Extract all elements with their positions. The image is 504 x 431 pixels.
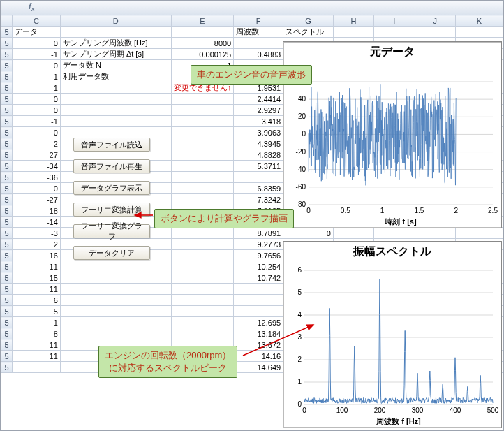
cell[interactable] [60, 94, 171, 105]
cell[interactable]: 2 [12, 239, 60, 250]
row-header[interactable]: 5 [1, 351, 13, 362]
col-header[interactable]: E [171, 15, 234, 27]
col-header[interactable]: J [415, 15, 455, 27]
row-header[interactable]: 5 [1, 60, 13, 71]
row-header[interactable]: 5 [1, 272, 13, 284]
cell[interactable]: 3.418 [234, 116, 283, 127]
cell[interactable] [60, 82, 171, 94]
cell[interactable] [171, 239, 234, 250]
row-header[interactable]: 5 [1, 362, 13, 373]
cell[interactable]: -1 [12, 49, 60, 60]
cell[interactable]: -1 [12, 71, 60, 82]
col-header[interactable]: H [333, 15, 373, 27]
cell[interactable]: 0 [12, 183, 60, 194]
cell[interactable]: -27 [12, 149, 60, 161]
cell[interactable]: 14.16 [234, 351, 283, 362]
cell[interactable] [171, 172, 234, 183]
cell[interactable]: -2 [12, 138, 60, 149]
col-header[interactable]: I [374, 15, 415, 27]
cell[interactable] [60, 127, 171, 138]
cell[interactable] [60, 328, 171, 339]
row-header[interactable]: 5 [1, 49, 13, 60]
cell[interactable] [171, 105, 234, 116]
cell[interactable]: データ数 N [60, 60, 171, 71]
cell[interactable]: 1 [12, 317, 60, 328]
row-header[interactable]: 5 [1, 183, 13, 194]
cell[interactable]: -36 [12, 172, 60, 183]
cell[interactable] [234, 295, 283, 306]
cell[interactable]: 2.9297 [234, 105, 283, 116]
cell[interactable] [333, 27, 373, 38]
show-graph-button[interactable]: データグラフ表示 [73, 181, 150, 195]
cell[interactable] [171, 94, 234, 105]
col-header[interactable]: C [12, 15, 60, 27]
cell[interactable]: 0 [12, 38, 60, 49]
cell[interactable]: 3.9063 [234, 127, 283, 138]
cell[interactable]: 14.649 [234, 362, 283, 373]
cell[interactable] [234, 284, 283, 295]
cell[interactable]: 9.7656 [234, 250, 283, 261]
spectrum-chart[interactable]: 振幅スペクトル 01234560100200300400500周波数 f [Hz… [283, 241, 502, 428]
fft-graph-button[interactable]: フーリエ変換グラフ [73, 224, 150, 238]
cell[interactable]: スペクトル [283, 27, 334, 38]
row-header[interactable]: 5 [1, 317, 13, 328]
row-header[interactable]: 5 [1, 172, 13, 183]
cell[interactable]: サンプリング周波数 [Hz] [60, 38, 171, 49]
cell[interactable] [60, 284, 171, 295]
row-header[interactable]: 5 [1, 306, 13, 317]
cell[interactable]: 4.3945 [234, 138, 283, 149]
cell[interactable] [234, 172, 283, 183]
row-header[interactable]: 5 [1, 261, 13, 272]
cell[interactable]: 13.184 [234, 328, 283, 339]
cell[interactable]: -3 [12, 228, 60, 239]
cell[interactable] [455, 27, 503, 38]
cell[interactable]: 12.695 [234, 317, 283, 328]
cell[interactable] [12, 362, 60, 373]
cell[interactable]: 0 [12, 127, 60, 138]
row-header[interactable]: 5 [1, 94, 13, 105]
cell[interactable]: 6.8359 [234, 183, 283, 194]
row-header[interactable]: 5 [1, 284, 13, 295]
cell[interactable] [171, 228, 234, 239]
cell[interactable]: 0 [12, 105, 60, 116]
cell[interactable]: -18 [12, 205, 60, 217]
cell[interactable]: -34 [12, 161, 60, 172]
cell[interactable]: 0.000125 [171, 49, 234, 60]
row-header[interactable]: 5 [1, 149, 13, 161]
col-header[interactable]: D [60, 15, 171, 27]
cell[interactable]: 11 [12, 351, 60, 362]
row-header[interactable]: 5 [1, 105, 13, 116]
waveform-chart[interactable]: 元データ -80-60-40-20020406000.511.522.5時刻 t… [283, 41, 502, 228]
row-header[interactable]: 5 [1, 217, 13, 228]
cell[interactable] [171, 183, 234, 194]
cell[interactable]: 4.8828 [234, 149, 283, 161]
cell[interactable]: サンプリング周期 Δt [s] [60, 49, 171, 60]
cell[interactable]: 8000 [171, 38, 234, 49]
cell[interactable] [60, 306, 171, 317]
cell[interactable]: 10.254 [234, 261, 283, 272]
col-header[interactable]: G [283, 15, 334, 27]
row-header[interactable]: 5 [1, 295, 13, 306]
cell[interactable]: 5 [12, 306, 60, 317]
cell[interactable]: 周波数 [234, 27, 283, 38]
cell[interactable] [234, 306, 283, 317]
clear-data-button[interactable]: データクリア [73, 246, 150, 260]
cell[interactable] [171, 284, 234, 295]
cell[interactable]: 11 [12, 284, 60, 295]
play-audio-button[interactable]: 音声ファイル再生 [73, 159, 150, 173]
row-header[interactable]: 5 [1, 228, 13, 239]
row-header[interactable]: 5 [1, 116, 13, 127]
cell[interactable] [374, 27, 415, 38]
cell[interactable]: 16 [12, 250, 60, 261]
cell[interactable]: -14 [12, 217, 60, 228]
cell[interactable]: 10.742 [234, 272, 283, 284]
cell[interactable]: 9.2773 [234, 239, 283, 250]
cell[interactable] [60, 27, 171, 38]
cell[interactable] [171, 250, 234, 261]
cell[interactable] [171, 261, 234, 272]
cell[interactable]: -1 [12, 82, 60, 94]
cell[interactable]: -27 [12, 194, 60, 205]
cell[interactable]: 7.3242 [234, 194, 283, 205]
row-header[interactable]: 5 [1, 339, 13, 351]
cell[interactable] [171, 127, 234, 138]
